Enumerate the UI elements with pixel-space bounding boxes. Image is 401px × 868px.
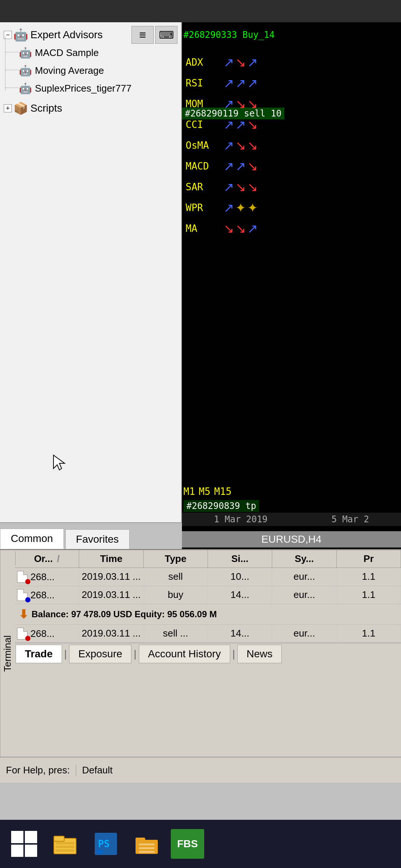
navigator-toolbar: ≡ ⌨ xyxy=(131,26,177,44)
mom-arrow3: ↘ xyxy=(247,96,258,111)
sar-row: SAR ↗ ↘ ↘ xyxy=(182,177,401,197)
date1-label: 1 Mar 2019 xyxy=(214,514,268,525)
balance-arrow-icon: ⬇ xyxy=(19,607,29,621)
trade-row-2[interactable]: 268... 2019.03.11 ... buy 14... eur... 1… xyxy=(15,586,401,604)
trade-row-1[interactable]: 268... 2019.03.11 ... sell 10... eur... … xyxy=(15,568,401,586)
price-cell-2: 1.1 xyxy=(337,586,401,604)
osma-arrow2: ↘ xyxy=(235,138,246,153)
order-cell-1: 268... xyxy=(15,568,79,586)
doc-icon-2 xyxy=(17,589,29,601)
ma-row: MA ↘ ↘ ↗ xyxy=(182,218,401,239)
svg-text:PS: PS xyxy=(98,838,110,849)
sep1: | xyxy=(63,648,68,660)
m15-label: M15 xyxy=(214,486,232,497)
col-size-header: Si... xyxy=(208,550,272,568)
macd-row: MACD ↗ ↗ ↘ xyxy=(182,156,401,177)
sar-arrow1: ↗ xyxy=(224,180,234,194)
scripts-icon: 📦 xyxy=(14,102,27,115)
symbol-cell-3: eur... xyxy=(272,625,336,642)
price-cell-3: 1.1 xyxy=(337,625,401,642)
cci-arrow1: ↗ xyxy=(224,117,234,132)
keyboard-button[interactable]: ⌨ xyxy=(155,26,177,44)
rsi-arrow2: ↗ xyxy=(235,76,246,91)
suplex-label: SuplexPrices_tiger777 xyxy=(35,83,131,94)
adx-arrow3: ↗ xyxy=(247,55,258,70)
chart-dates: 1 Mar 2019 5 Mar 2 xyxy=(182,513,401,526)
start-button[interactable] xyxy=(7,827,41,861)
suplex-prices-node[interactable]: 🤖 SuplexPrices_tiger777 xyxy=(0,79,181,97)
wpr-arrow1: ↗ xyxy=(224,200,234,215)
mom-row: MOM ↗ ↘ ↘ xyxy=(182,93,401,114)
svg-rect-4 xyxy=(56,846,74,848)
expert-advisors-label: Expert Advisors xyxy=(30,29,103,41)
file-explorer-button[interactable] xyxy=(48,827,82,861)
moving-average-icon: 🤖 xyxy=(19,64,32,77)
cci-label: CCI xyxy=(186,119,223,130)
top-order-text: #268290333 Buy_14 xyxy=(183,30,275,40)
doc-icon-3 xyxy=(17,628,29,640)
account-history-tab[interactable]: Account History xyxy=(139,645,230,663)
svg-rect-10 xyxy=(136,838,145,842)
price-cell-1: 1.1 xyxy=(337,568,401,586)
table-header: Or... / Time Type Si... Sy... Pr xyxy=(15,550,401,568)
svg-rect-5 xyxy=(56,849,74,852)
m1-label: M1 xyxy=(183,486,195,497)
status-value: Default xyxy=(76,765,118,776)
svg-rect-13 xyxy=(139,851,154,853)
col-symbol-header: Sy... xyxy=(272,550,336,568)
expert-advisors-icon: 🤖 xyxy=(14,28,27,42)
exposure-tab[interactable]: Exposure xyxy=(69,645,131,663)
svg-rect-3 xyxy=(56,842,74,844)
size-cell-1: 10... xyxy=(208,568,272,586)
wpr-label: WPR xyxy=(186,202,223,213)
macd-ind-label: MACD xyxy=(186,161,223,172)
time-cell-2: 2019.03.11 ... xyxy=(79,586,143,604)
file-explorer-icon xyxy=(52,831,78,857)
scripts-node[interactable]: + 📦 Scripts xyxy=(0,99,181,117)
indicator-panel: ADX ↗ ↘ ↗ RSI ↗ ↗ ↗ MOM ↗ ↘ ↘ xyxy=(182,52,401,239)
mom-arrow1: ↗ xyxy=(224,96,234,111)
top-bar xyxy=(0,0,401,22)
rsi-arrow1: ↗ xyxy=(224,76,234,91)
col-order-header: Or... / xyxy=(15,550,79,568)
powershell-button[interactable]: PS xyxy=(89,827,123,861)
symbol-cell-2: eur... xyxy=(272,586,336,604)
moving-average-node[interactable]: 🤖 Moving Average xyxy=(0,62,181,79)
blue-dot-2 xyxy=(25,597,30,602)
mom-label: MOM xyxy=(186,98,223,109)
time-cell-1: 2019.03.11 ... xyxy=(79,568,143,586)
macd-sample-node[interactable]: 🤖 MACD Sample xyxy=(0,44,181,62)
macd-label: MACD Sample xyxy=(35,47,99,59)
macd-arrow3: ↘ xyxy=(247,159,258,174)
adx-row: ADX ↗ ↘ ↗ xyxy=(182,52,401,73)
favorites-tab[interactable]: Favorites xyxy=(65,529,130,549)
balance-row: ⬇ Balance: 97 478.09 USD Equity: 95 056.… xyxy=(15,604,401,625)
suplex-icon: 🤖 xyxy=(19,82,32,95)
terminal-inner: Or... / Time Type Si... Sy... Pr xyxy=(15,550,401,757)
sar-label: SAR xyxy=(186,181,223,193)
type-cell-3: sell ... xyxy=(144,625,208,642)
balance-cell: ⬇ Balance: 97 478.09 USD Equity: 95 056.… xyxy=(15,604,401,624)
bottom-order-text: #268290839 tp xyxy=(186,501,256,511)
trade-row-3[interactable]: 268... 2019.03.11 ... sell ... 14... eur… xyxy=(15,625,401,643)
keyboard-icon: ⌨ xyxy=(159,29,174,41)
svg-rect-2 xyxy=(54,836,64,841)
bottom-order-label: #268290839 tp xyxy=(183,500,259,512)
fbs-button[interactable]: FBS xyxy=(171,827,204,861)
mom-arrow2: ↘ xyxy=(235,96,246,111)
scripts-toggle[interactable]: + xyxy=(4,104,12,112)
chart-symbol: EURUSD,H4 xyxy=(182,531,401,548)
menu-icon: ≡ xyxy=(139,28,146,42)
osma-row: OsMA ↗ ↘ ↘ xyxy=(182,135,401,156)
order-cell-3: 268... xyxy=(15,625,79,642)
fbs-icon: FBS xyxy=(171,829,204,859)
trade-tab[interactable]: Trade xyxy=(16,645,62,663)
doc-icon-1 xyxy=(17,571,29,583)
common-tab[interactable]: Common xyxy=(0,529,64,549)
scripts-label: Scripts xyxy=(30,102,62,114)
col-type-header: Type xyxy=(144,550,208,568)
folder-button[interactable] xyxy=(130,827,163,861)
menu-button[interactable]: ≡ xyxy=(131,26,154,44)
news-tab[interactable]: News xyxy=(237,645,282,663)
ma-arrow2: ↘ xyxy=(235,221,246,236)
